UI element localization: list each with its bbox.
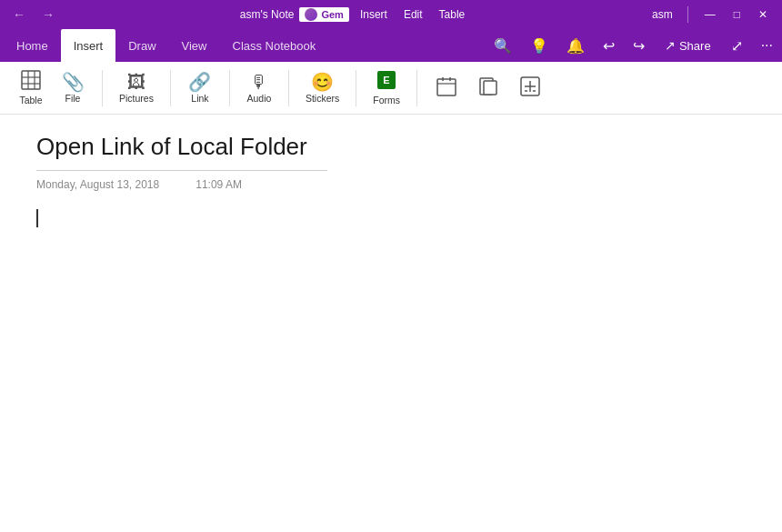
content-area[interactable]: Open Link of Local Folder Monday, August… xyxy=(0,115,782,532)
toolbar-group-forms: E Forms xyxy=(362,65,411,111)
title-bar: ← → asm's Note Gem Insert Edit Table asm… xyxy=(0,0,782,29)
stickers-icon: 😊 xyxy=(311,73,334,91)
note-time: 11:09 AM xyxy=(196,178,242,191)
pictures-label: Pictures xyxy=(119,93,154,104)
note-date: Monday, August 13, 2018 xyxy=(36,178,159,191)
menu-edit[interactable]: Edit xyxy=(396,6,430,23)
toolbar-group-pictures: 🖼 Pictures xyxy=(108,65,165,111)
math-button[interactable] xyxy=(510,65,550,111)
minimize-button[interactable]: — xyxy=(697,6,723,23)
title-bar-left: ← → xyxy=(7,5,60,24)
expand-button[interactable]: ⤢ xyxy=(726,34,748,58)
svg-rect-12 xyxy=(484,81,496,95)
ribbon-tabs-bar: Home Insert Draw View Class Notebook 🔍 💡… xyxy=(0,29,782,62)
tab-class-notebook[interactable]: Class Notebook xyxy=(220,29,329,62)
divider-4 xyxy=(288,70,289,106)
tab-home[interactable]: Home xyxy=(4,29,61,62)
divider-1 xyxy=(102,70,103,106)
ribbon-toolbar: Table 📎 File 🖼 Pictures 🔗 Link 🎙 Audio 😊 xyxy=(0,62,782,115)
file-button[interactable]: 📎 File xyxy=(53,65,93,111)
audio-button[interactable]: 🎙 Audio xyxy=(239,65,279,111)
forward-button[interactable]: → xyxy=(36,5,60,24)
forms-button[interactable]: E Forms xyxy=(366,65,407,111)
user-name: asm xyxy=(652,8,673,21)
note-title-label: asm's Note xyxy=(240,8,295,21)
divider-5 xyxy=(356,70,356,106)
tab-view[interactable]: View xyxy=(169,29,220,62)
gem-icon xyxy=(305,8,317,21)
tab-draw[interactable]: Draw xyxy=(115,29,168,62)
toolbar-group-table: Table 📎 File xyxy=(7,65,96,111)
svg-rect-7 xyxy=(437,79,456,95)
share-label: Share xyxy=(679,39,711,53)
link-button[interactable]: 🔗 Link xyxy=(180,65,220,111)
toolbar-group-stickers: 😊 Stickers xyxy=(295,65,350,111)
ribbon-tabs-right: 🔍 💡 🔔 ↩ ↪ ↗ Share ⤢ ··· xyxy=(488,34,778,58)
lightbulb-button[interactable]: 💡 xyxy=(525,34,554,58)
bell-button[interactable]: 🔔 xyxy=(561,34,590,58)
menu-items: Insert Edit Table xyxy=(353,6,472,23)
pages-button[interactable] xyxy=(468,65,508,111)
stickers-label: Stickers xyxy=(306,93,339,104)
file-icon: 📎 xyxy=(62,73,85,91)
svg-rect-0 xyxy=(22,71,40,89)
calendar-button[interactable] xyxy=(426,65,466,111)
undo-button[interactable]: ↩ xyxy=(597,34,620,58)
toolbar-group-audio: 🎙 Audio xyxy=(236,65,283,111)
audio-label: Audio xyxy=(247,93,272,104)
menu-insert[interactable]: Insert xyxy=(353,6,395,23)
math-icon xyxy=(520,76,540,99)
calendar-icon xyxy=(436,76,456,99)
tab-insert[interactable]: Insert xyxy=(61,29,116,62)
divider-3 xyxy=(229,70,230,106)
forms-icon: E xyxy=(376,70,396,93)
table-label: Table xyxy=(19,95,42,105)
note-meta: Monday, August 13, 2018 11:09 AM xyxy=(36,178,746,191)
table-button[interactable]: Table xyxy=(11,65,51,111)
gem-menu[interactable]: Gem xyxy=(299,7,348,22)
share-icon: ↗ xyxy=(665,38,676,53)
pictures-button[interactable]: 🖼 Pictures xyxy=(112,65,161,111)
text-cursor xyxy=(36,209,38,227)
note-title: Open Link of Local Folder xyxy=(36,133,327,171)
divider-6 xyxy=(416,70,417,106)
title-divider xyxy=(687,6,688,23)
redo-button[interactable]: ↪ xyxy=(627,34,650,58)
forms-label: Forms xyxy=(373,95,400,105)
pages-icon xyxy=(478,76,498,99)
title-bar-right: asm — □ ✕ xyxy=(652,6,775,23)
divider-2 xyxy=(170,70,171,106)
link-label: Link xyxy=(191,93,208,104)
more-button[interactable]: ··· xyxy=(756,34,778,57)
link-icon: 🔗 xyxy=(188,73,211,91)
svg-text:E: E xyxy=(383,75,389,85)
back-button[interactable]: ← xyxy=(7,5,31,24)
maximize-button[interactable]: □ xyxy=(727,6,747,23)
file-label: File xyxy=(65,93,81,104)
toolbar-group-misc xyxy=(423,65,554,111)
share-button[interactable]: ↗ Share xyxy=(657,35,718,56)
table-icon xyxy=(21,70,41,93)
stickers-button[interactable]: 😊 Stickers xyxy=(298,65,346,111)
title-bar-center: asm's Note Gem Insert Edit Table xyxy=(60,6,652,23)
search-button[interactable]: 🔍 xyxy=(488,34,517,58)
audio-icon: 🎙 xyxy=(250,73,268,91)
toolbar-group-link: 🔗 Link xyxy=(176,65,224,111)
close-button[interactable]: ✕ xyxy=(751,6,775,23)
pictures-icon: 🖼 xyxy=(127,73,145,91)
menu-table[interactable]: Table xyxy=(432,6,473,23)
gem-label: Gem xyxy=(321,9,343,20)
